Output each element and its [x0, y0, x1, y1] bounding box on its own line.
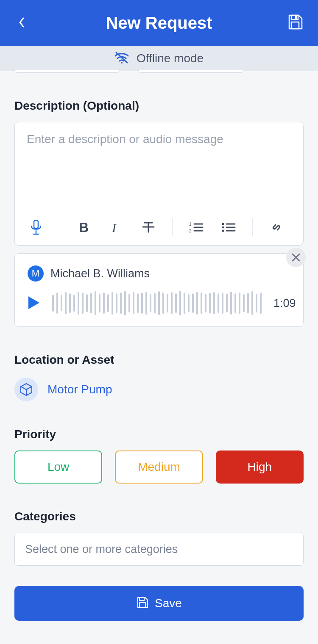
svg-text:B: B — [79, 221, 89, 234]
back-button[interactable] — [19, 16, 25, 30]
svg-text:2: 2 — [189, 229, 192, 233]
description-box: B I 1 2 — [14, 122, 304, 246]
italic-icon[interactable]: I — [108, 219, 125, 236]
svg-rect-1 — [295, 16, 297, 19]
svg-rect-12 — [139, 597, 144, 600]
priority-label: Priority — [14, 428, 304, 441]
svg-point-9 — [222, 223, 224, 225]
cube-icon — [14, 378, 38, 401]
svg-rect-2 — [291, 22, 299, 29]
microphone-icon[interactable] — [28, 219, 45, 236]
categories-label: Categories — [14, 510, 304, 523]
app-header: New Request — [0, 0, 318, 46]
audio-author: Michael B. Williams — [50, 267, 150, 280]
svg-point-11 — [222, 229, 224, 232]
description-label: Description (Optional) — [14, 99, 304, 113]
offline-bar: Offline mode — [0, 46, 318, 71]
svg-rect-13 — [139, 603, 145, 608]
priority-high-button[interactable]: High — [216, 451, 304, 484]
page-title: New Request — [0, 14, 318, 33]
audio-duration: 1:09 — [273, 297, 296, 310]
partial-cutoff-row — [0, 70, 318, 73]
link-icon[interactable] — [268, 219, 285, 236]
save-button[interactable]: Save — [14, 586, 304, 621]
location-label: Location or Asset — [14, 353, 304, 367]
editor-toolbar: B I 1 2 — [15, 209, 303, 245]
asset-row[interactable]: Motor Pump — [14, 378, 304, 401]
avatar: M — [28, 265, 44, 282]
svg-point-3 — [121, 62, 123, 64]
ordered-list-icon[interactable]: 1 2 — [188, 219, 205, 236]
offline-label: Offline mode — [137, 52, 204, 65]
svg-rect-4 — [34, 220, 38, 229]
audio-waveform[interactable] — [52, 291, 262, 315]
priority-medium-button[interactable]: Medium — [115, 451, 203, 484]
strikethrough-icon[interactable] — [140, 219, 157, 236]
wifi-off-icon — [114, 52, 129, 65]
audio-message-card: M Michael B. Williams 1:09 — [14, 253, 304, 327]
svg-text:1: 1 — [189, 222, 192, 227]
save-icon — [136, 596, 149, 611]
priority-low-button[interactable]: Low — [14, 451, 102, 484]
play-icon[interactable] — [28, 296, 40, 311]
bold-icon[interactable]: B — [75, 219, 92, 236]
description-textarea[interactable] — [15, 122, 303, 207]
categories-input[interactable] — [14, 533, 304, 566]
unordered-list-icon[interactable] — [220, 219, 237, 236]
svg-point-10 — [222, 226, 224, 228]
asset-name: Motor Pump — [47, 383, 112, 396]
save-button-label: Save — [155, 597, 182, 610]
close-icon[interactable] — [286, 248, 306, 267]
svg-text:I: I — [112, 221, 117, 234]
svg-rect-0 — [291, 15, 298, 19]
save-icon-button[interactable] — [287, 14, 304, 32]
